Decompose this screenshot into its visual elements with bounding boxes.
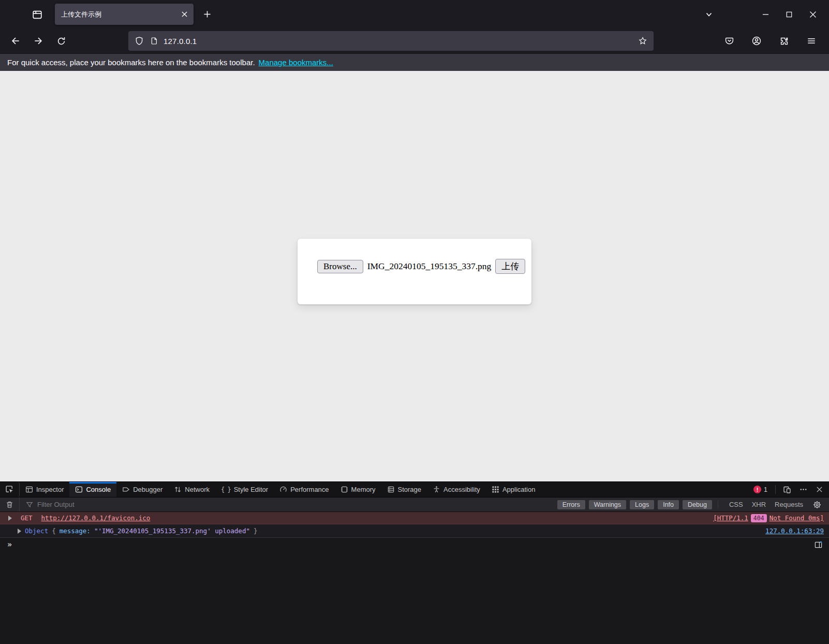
chevron-down-icon	[705, 10, 713, 19]
extensions-button[interactable]	[775, 32, 793, 50]
navigation-toolbar: 127.0.0.1	[0, 28, 829, 53]
console-prompt-glyph: »	[7, 540, 12, 549]
filter-input-wrap	[26, 501, 203, 508]
console-empty-area[interactable]	[0, 551, 829, 644]
devtools-tab-accessibility[interactable]: Accessibility	[427, 482, 486, 497]
console-network-error-row[interactable]: GET http://127.0.0.1/favicon.ico [HTTP/1…	[0, 512, 829, 524]
browser-titlebar: 上传文件示例	[0, 0, 829, 28]
funnel-icon	[26, 501, 33, 508]
devtools-tab-inspector[interactable]: Inspector	[20, 482, 69, 497]
filter-output-input[interactable]	[37, 501, 203, 508]
new-tab-button[interactable]	[199, 6, 215, 23]
responsive-design-mode-button[interactable]	[780, 484, 794, 496]
bookmark-star-icon[interactable]	[638, 36, 647, 46]
devtools-tab-network[interactable]: Network	[168, 482, 215, 497]
object-class: Object	[25, 527, 48, 535]
console-input-row[interactable]: »	[0, 538, 829, 551]
back-button[interactable]	[6, 32, 25, 50]
console-icon	[75, 486, 83, 493]
expand-triangle-icon[interactable]	[8, 516, 12, 521]
upload-button[interactable]: 上传	[495, 259, 525, 274]
grid-icon	[492, 486, 499, 493]
console-log-row[interactable]: Object { message: "'IMG_20240105_195135_…	[0, 524, 829, 538]
devtools-tabbar: Inspector Console Debugger	[0, 482, 829, 497]
editor-pane-icon	[815, 541, 822, 549]
console-filterbar: Errors Warnings Logs Info Debug CSS XHR …	[0, 497, 829, 512]
debugger-icon	[122, 486, 130, 493]
bookmarks-toolbar-hint: For quick access, place your bookmarks h…	[0, 53, 829, 71]
devtools-tab-application[interactable]: Application	[486, 482, 541, 497]
filter-xhr-button[interactable]: XHR	[752, 501, 766, 508]
reload-button[interactable]	[52, 32, 70, 50]
arrow-left-icon	[10, 36, 21, 46]
open-brace: {	[52, 527, 56, 535]
filter-logs-button[interactable]: Logs	[630, 500, 654, 509]
log-source-location-link[interactable]: 127.0.0.1:63:29	[765, 527, 824, 535]
request-url-link[interactable]: http://127.0.0.1/favicon.ico	[41, 514, 151, 522]
accessibility-person-icon	[433, 486, 440, 493]
tab-label: Performance	[290, 486, 329, 493]
browser-tab[interactable]: 上传文件示例	[55, 4, 194, 25]
tab-label: Memory	[351, 486, 376, 493]
upload-card: Browse... IMG_20240105_195135_337.png 上传	[298, 239, 531, 304]
status-prefix: [HTTP/1.1	[713, 514, 748, 522]
clear-console-button[interactable]	[0, 497, 20, 511]
expand-triangle-icon[interactable]	[18, 529, 21, 534]
status-code-badge: 404	[751, 514, 767, 522]
tab-label: Network	[185, 486, 210, 493]
maximize-icon	[786, 11, 792, 18]
upload-form: Browse... IMG_20240105_195135_337.png 上传	[317, 259, 531, 274]
performance-gauge-icon	[279, 486, 287, 493]
network-arrows-icon	[174, 486, 182, 493]
window-maximize-button[interactable]	[777, 4, 801, 25]
devtools-tab-memory[interactable]: Memory	[335, 482, 381, 497]
trash-icon	[6, 501, 13, 508]
url-text[interactable]: 127.0.0.1	[164, 37, 638, 46]
forward-button[interactable]	[29, 32, 48, 50]
filter-debug-button[interactable]: Debug	[683, 500, 712, 509]
devtools-tab-style-editor[interactable]: { } Style Editor	[215, 482, 274, 497]
window-minimize-button[interactable]	[753, 4, 777, 25]
devtools-menu-button[interactable]	[796, 484, 810, 496]
response-status-link[interactable]: [HTTP/1.1404Not Found 0ms]	[713, 514, 824, 522]
filter-requests-button[interactable]: Requests	[775, 501, 803, 508]
tab-label: Storage	[398, 486, 422, 493]
filter-buttons: Errors Warnings Logs Info Debug CSS XHR …	[554, 499, 829, 511]
tab-label: Style Editor	[234, 486, 268, 493]
responsive-design-icon	[783, 486, 791, 494]
filter-errors-button[interactable]: Errors	[557, 500, 585, 509]
account-button[interactable]	[747, 32, 766, 50]
page-info-icon[interactable]	[150, 37, 158, 45]
element-picker-icon	[5, 485, 14, 494]
puzzle-piece-icon	[779, 36, 789, 46]
window-close-button[interactable]	[801, 4, 825, 25]
devtools-tab-storage[interactable]: Storage	[381, 482, 427, 497]
account-icon	[751, 36, 762, 46]
filter-css-button[interactable]: CSS	[729, 501, 743, 508]
firefox-view-button[interactable]	[28, 5, 47, 24]
pocket-button[interactable]	[720, 32, 738, 50]
tab-label: Inspector	[36, 486, 64, 493]
plus-icon	[203, 10, 211, 18]
storage-icon	[387, 486, 395, 493]
pick-element-button[interactable]	[0, 482, 20, 497]
tab-label: Debugger	[133, 486, 162, 493]
tab-close-button[interactable]	[178, 8, 190, 21]
menu-button[interactable]	[802, 32, 821, 50]
devtools-tab-performance[interactable]: Performance	[274, 482, 334, 497]
filter-warnings-button[interactable]: Warnings	[589, 500, 626, 509]
arrow-right-icon	[33, 36, 43, 46]
meatball-menu-icon	[800, 486, 807, 493]
devtools-close-button[interactable]	[812, 484, 826, 496]
filter-info-button[interactable]: Info	[658, 500, 679, 509]
url-bar[interactable]: 127.0.0.1	[128, 31, 654, 51]
multiline-editor-toggle-button[interactable]	[811, 539, 825, 550]
devtools-tab-console[interactable]: Console	[69, 482, 116, 497]
error-badge-icon[interactable]: !	[753, 486, 761, 493]
list-all-tabs-button[interactable]	[699, 4, 719, 25]
tracking-protection-shield-icon[interactable]	[135, 36, 144, 46]
devtools-tab-debugger[interactable]: Debugger	[116, 482, 168, 497]
manage-bookmarks-link[interactable]: Manage bookmarks...	[259, 58, 333, 67]
console-settings-button[interactable]	[810, 499, 824, 511]
browse-button[interactable]: Browse...	[317, 260, 363, 273]
